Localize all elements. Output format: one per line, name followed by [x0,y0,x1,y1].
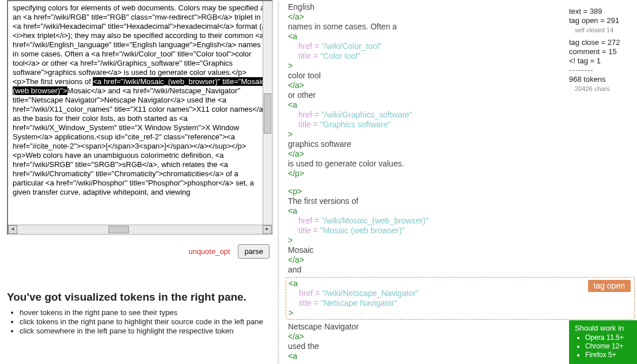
token-attr-value[interactable]: "/wiki/Graphics_software" [321,110,412,119]
support-item: Chrome 12+ [585,342,630,351]
support-item: Firefox 5+ [585,351,630,359]
token-tag-open[interactable]: > [288,236,632,245]
token-attr-name[interactable]: href [298,110,312,119]
stats-panel: text = 389 tag open = 291 self closed 14… [569,7,635,93]
info-item: click tokens in the right pane to highli… [20,317,273,327]
token-attr-name[interactable]: href [298,216,312,225]
stat-token-total: 968 tokens [569,75,635,84]
stat-tagopen-count: tag open = 291 [569,16,635,25]
token-tag-open[interactable]: <a [289,279,632,289]
stat-tagclose-count: tag close = 272 [569,38,635,47]
token-attr-value[interactable]: "/wiki/Color_tool" [321,41,382,51]
info-heading: You've got visualized tokens in the righ… [7,291,273,304]
token-tag-close[interactable]: </a> [288,149,632,159]
horizontal-scrollbar[interactable]: ◄ ► [8,225,272,234]
token-attr-name[interactable]: title [298,51,311,60]
stats-separator: -------- [569,66,635,75]
browser-support-panel: Should work in Opera 11.5+ Chrome 12+ Fi… [569,320,637,364]
token-tag-open[interactable]: > [288,130,632,139]
stat-bangtag-count: <! tag = 1 [569,56,635,66]
token-attr-value[interactable]: "Graphics software" [320,120,391,129]
support-item: Opera 11.5+ [585,333,630,342]
token-tag-close[interactable]: </a> [288,255,632,265]
token-attr-value[interactable]: "Netscape Navigator" [321,298,397,308]
token-attr-name[interactable]: title [298,226,311,235]
stat-selfclosed-count: self closed 14 [569,25,635,35]
stat-comment-count: comment = 15 [569,47,635,56]
token-text[interactable]: Mosaic [288,245,632,255]
source-text: <p>The first versions of [13,77,93,86]
source-text: specifying colors for elements of web do… [13,3,268,77]
scroll-left-arrow[interactable]: ◄ [8,225,17,234]
info-item: click somewhere in the left pane to high… [20,327,273,336]
scrollbar-thumb[interactable] [264,93,271,134]
scrollbar-thumb[interactable] [108,226,129,233]
scroll-right-arrow[interactable]: ► [263,225,272,234]
stat-char-total: 20426 chars [569,84,635,93]
token-tag-open[interactable]: > [289,308,632,318]
token-text[interactable]: is used to generate color values. [288,159,632,169]
parse-button[interactable]: parse [238,244,270,259]
support-heading: Should work in [575,324,630,332]
token-text[interactable]: The first versions of [288,196,632,206]
stat-text-count: text = 389 [569,7,635,16]
token-tag-open[interactable]: <a [288,206,632,216]
unquote-option[interactable]: unquote_opt [188,247,230,256]
token-attr-name[interactable]: href [299,289,313,298]
source-text: Mosaic</a> and <a href="/wiki/Netscape_N… [13,86,267,150]
scrollbar-track[interactable] [17,225,263,234]
source-textarea[interactable]: specifying colors for elements of web do… [7,0,273,235]
token-text[interactable]: and [288,265,632,275]
highlighted-token[interactable]: tag open <a href = "/wiki/Netscape_Navig… [286,277,635,320]
token-attr-name[interactable]: title [298,120,311,129]
token-tag-open[interactable]: <a [288,100,632,110]
info-item: hover tokens in the right pane to see th… [20,308,273,317]
token-attr-name[interactable]: href [298,41,312,51]
token-tag-close[interactable]: </p> [288,169,632,179]
token-attr-value[interactable]: "/wiki/Netscape_Navigator" [322,289,419,298]
vertical-scrollbar[interactable] [263,1,272,225]
token-tag-open[interactable]: <p> [288,187,632,196]
token-attr-name[interactable]: title [299,298,312,308]
token-type-badge: tag open [588,280,631,292]
token-attr-value[interactable]: "Color tool" [320,51,361,60]
source-text: <p>Web colors have an unambiguous colori… [13,151,254,196]
token-attr-value[interactable]: "Mosaic (web browser)" [320,226,405,235]
token-text[interactable]: graphics software [288,139,632,149]
token-attr-value[interactable]: "/wiki/Mosaic_(web_browser)" [321,216,429,225]
